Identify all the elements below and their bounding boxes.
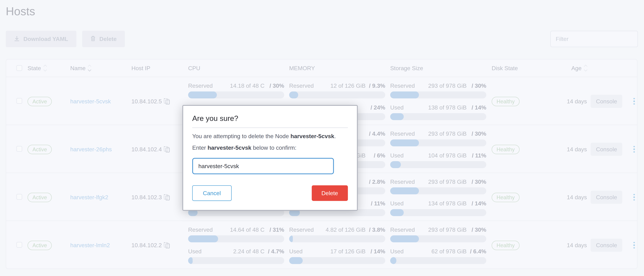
delete-button[interactable]: Delete [312,185,348,201]
cancel-button[interactable]: Cancel [192,185,232,201]
confirm-name-input[interactable] [192,158,334,174]
hosts-page: Hosts Download YAML Delete State [0,0,644,276]
modal-message: You are attempting to delete the Node ha… [192,132,348,141]
delete-confirm-modal: Are you sure? You are attempting to dele… [182,105,358,211]
modal-confirm-instruction: Enter harvester-5cvsk below to confirm: [192,143,348,152]
modal-divider [192,128,348,128]
modal-title: Are you sure? [192,114,348,123]
